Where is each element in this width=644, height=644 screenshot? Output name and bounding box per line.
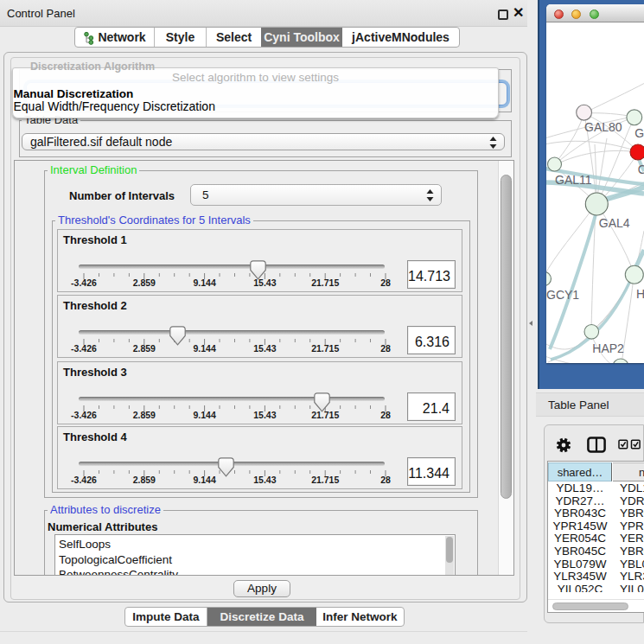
svg-text:GAL11: GAL11 [555,173,592,187]
svg-text:CR: CR [638,163,644,176]
svg-text:GAL4: GAL4 [599,216,630,230]
svg-text:GAL80: GAL80 [584,120,622,134]
svg-text:GCY1: GCY1 [546,288,579,302]
svg-text:HAP2: HAP2 [592,341,624,355]
svg-text:GA: GA [634,126,644,140]
svg-text:HIS: HIS [636,287,644,301]
